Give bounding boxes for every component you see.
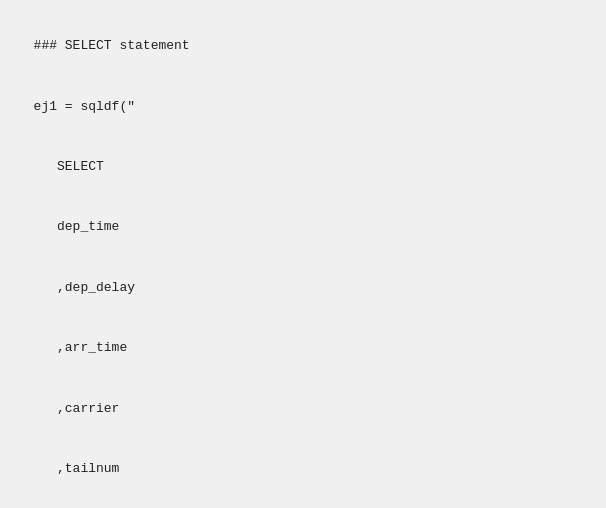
code-line1: ej1 = sqldf(" xyxy=(34,99,135,114)
code-line5: ,arr_time xyxy=(34,340,128,355)
code-block: ### SELECT statement ej1 = sqldf(" SELEC… xyxy=(18,16,588,508)
code-line6: ,carrier xyxy=(34,401,120,416)
code-line2: SELECT xyxy=(34,159,104,174)
code-line3: dep_time xyxy=(34,219,120,234)
code-comment: ### SELECT statement xyxy=(34,38,190,53)
code-line4: ,dep_delay xyxy=(34,280,135,295)
code-line7: ,tailnum xyxy=(34,461,120,476)
